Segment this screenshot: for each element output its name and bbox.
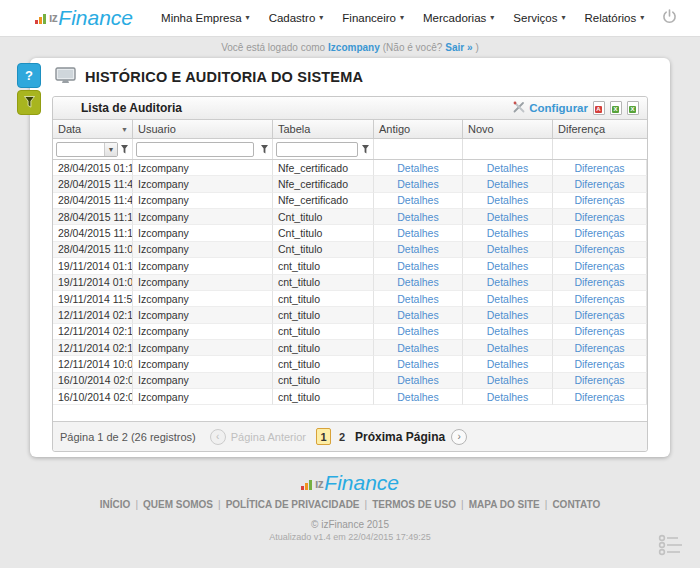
novo-detalhes-link[interactable]: Detalhes: [487, 162, 528, 174]
antigo-detalhes-link[interactable]: Detalhes: [397, 211, 438, 223]
menu-item-cadastro[interactable]: Cadastro ▾: [269, 12, 324, 24]
footer-link-termos-de-uso[interactable]: TERMOS DE USO: [372, 499, 456, 510]
xls-export-icon[interactable]: X: [610, 101, 622, 115]
page-title-row: HISTÓRICO E AUDITORIA DO SISTEMA: [30, 58, 670, 96]
diferencas-link[interactable]: Diferenças: [574, 276, 624, 288]
novo-detalhes-link[interactable]: Detalhes: [487, 227, 528, 239]
cell-data: 12/11/2014 10:06: [53, 356, 133, 372]
antigo-detalhes-link[interactable]: Detalhes: [397, 342, 438, 354]
antigo-detalhes-link[interactable]: Detalhes: [397, 374, 438, 386]
menu-item-relatórios[interactable]: Relatórios ▾: [584, 12, 644, 24]
list-widget-icon[interactable]: [658, 534, 684, 560]
table-row: 28/04/2015 01:15 Izcompany Nfe_certifica…: [53, 160, 647, 176]
diferencas-link[interactable]: Diferenças: [574, 178, 624, 190]
diferencas-link[interactable]: Diferenças: [574, 391, 624, 403]
logged-user-link[interactable]: Izcompany: [328, 42, 380, 53]
configure-button[interactable]: Configurar: [513, 101, 588, 115]
antigo-detalhes-link[interactable]: Detalhes: [397, 309, 438, 321]
antigo-detalhes-link[interactable]: Detalhes: [397, 293, 438, 305]
novo-detalhes-link[interactable]: Detalhes: [487, 194, 528, 206]
antigo-detalhes-link[interactable]: Detalhes: [397, 276, 438, 288]
novo-detalhes-link[interactable]: Detalhes: [487, 342, 528, 354]
novo-detalhes-link[interactable]: Detalhes: [487, 325, 528, 337]
data-filter-select[interactable]: ▼: [56, 142, 118, 157]
power-logout-icon[interactable]: [661, 8, 678, 29]
brand-logo[interactable]: ız Finance: [35, 9, 133, 28]
novo-detalhes-link[interactable]: Detalhes: [487, 358, 528, 370]
diferencas-link[interactable]: Diferenças: [574, 309, 624, 321]
help-button[interactable]: ?: [17, 63, 41, 88]
menu-item-mercadorias[interactable]: Mercadorias ▾: [423, 12, 494, 24]
filter-button[interactable]: [17, 90, 41, 115]
usuario-filter-funnel-icon[interactable]: [261, 140, 268, 158]
diferencas-link[interactable]: Diferenças: [574, 374, 624, 386]
chevron-down-icon: ▾: [640, 14, 644, 22]
novo-detalhes-link[interactable]: Detalhes: [487, 260, 528, 272]
cell-tabela: cnt_titulo: [273, 356, 374, 372]
antigo-detalhes-link[interactable]: Detalhes: [397, 194, 438, 206]
cell-data: 19/11/2014 01:10: [53, 258, 133, 274]
menu-item-minha-empresa[interactable]: Minha Empresa ▾: [161, 12, 250, 24]
antigo-detalhes-link[interactable]: Detalhes: [397, 391, 438, 403]
tabela-filter-funnel-icon[interactable]: [362, 140, 369, 158]
diferencas-link[interactable]: Diferenças: [574, 358, 624, 370]
next-page-button[interactable]: Próxima Página: [355, 430, 445, 444]
diferencas-link[interactable]: Diferenças: [574, 211, 624, 223]
data-filter-funnel-icon[interactable]: [121, 140, 128, 158]
menu-item-financeiro[interactable]: Financeiro ▾: [342, 12, 404, 24]
footer-link-início[interactable]: INÍCIO: [100, 499, 131, 510]
pdf-export-icon[interactable]: A: [593, 101, 605, 115]
column-header-novo[interactable]: Novo: [463, 120, 553, 138]
column-header-diferenca[interactable]: Diferença: [553, 120, 647, 138]
footer-link-quem-somos[interactable]: QUEM SOMOS: [143, 499, 213, 510]
footer-link-mapa-do-site[interactable]: MAPA DO SITE: [469, 499, 540, 510]
antigo-detalhes-link[interactable]: Detalhes: [397, 227, 438, 239]
column-header-data[interactable]: Data ▼: [53, 120, 133, 138]
antigo-detalhes-link[interactable]: Detalhes: [397, 325, 438, 337]
novo-detalhes-link[interactable]: Detalhes: [487, 391, 528, 403]
novo-detalhes-link[interactable]: Detalhes: [487, 293, 528, 305]
footer-link-contato[interactable]: CONTATO: [552, 499, 600, 510]
diferencas-link[interactable]: Diferenças: [574, 342, 624, 354]
column-header-antigo[interactable]: Antigo: [374, 120, 463, 138]
main-menu: Minha Empresa ▾ Cadastro ▾ Financeiro ▾ …: [161, 12, 644, 24]
pagination-summary: Página 1 de 2 (26 registros): [60, 431, 196, 443]
novo-detalhes-link[interactable]: Detalhes: [487, 178, 528, 190]
next-arrow-icon[interactable]: ›: [451, 429, 467, 445]
select-caret-icon: ▼: [104, 143, 117, 156]
chevron-down-icon: ▾: [561, 14, 565, 22]
footer-link-política-de-privacidade[interactable]: POLÍTICA DE PRIVACIDADE: [226, 499, 360, 510]
novo-detalhes-link[interactable]: Detalhes: [487, 276, 528, 288]
usuario-filter-input[interactable]: [136, 142, 254, 157]
diferencas-link[interactable]: Diferenças: [574, 325, 624, 337]
novo-detalhes-link[interactable]: Detalhes: [487, 243, 528, 255]
chevron-down-icon: ▾: [490, 14, 494, 22]
logout-link[interactable]: Sair »: [445, 42, 472, 53]
antigo-detalhes-link[interactable]: Detalhes: [397, 358, 438, 370]
diferencas-link[interactable]: Diferenças: [574, 260, 624, 272]
diferencas-link[interactable]: Diferenças: [574, 162, 624, 174]
csv-export-icon[interactable]: X: [627, 101, 639, 115]
diferencas-link[interactable]: Diferenças: [574, 227, 624, 239]
novo-detalhes-link[interactable]: Detalhes: [487, 374, 528, 386]
diferencas-link[interactable]: Diferenças: [574, 293, 624, 305]
column-header-tabela[interactable]: Tabela: [273, 120, 374, 138]
antigo-detalhes-link[interactable]: Detalhes: [397, 260, 438, 272]
tabela-filter-input[interactable]: [276, 142, 358, 157]
antigo-detalhes-link[interactable]: Detalhes: [397, 178, 438, 190]
antigo-detalhes-link[interactable]: Detalhes: [397, 162, 438, 174]
novo-detalhes-link[interactable]: Detalhes: [487, 309, 528, 321]
menu-item-serviços[interactable]: Serviços ▾: [513, 12, 565, 24]
diferencas-link[interactable]: Diferenças: [574, 243, 624, 255]
antigo-detalhes-link[interactable]: Detalhes: [397, 243, 438, 255]
cell-data: 12/11/2014 02:16: [53, 307, 133, 323]
table-row: 19/11/2014 11:56 Izcompany cnt_titulo De…: [53, 291, 647, 307]
footer-brand-logo[interactable]: ız Finance: [301, 474, 399, 493]
diferencas-link[interactable]: Diferenças: [574, 194, 624, 206]
page-1-button[interactable]: 1: [316, 428, 331, 445]
chevron-down-icon: ▾: [319, 14, 323, 22]
column-header-usuario[interactable]: Usuario: [133, 120, 273, 138]
cell-tabela: cnt_titulo: [273, 307, 374, 323]
novo-detalhes-link[interactable]: Detalhes: [487, 211, 528, 223]
page-2-button[interactable]: 2: [339, 431, 345, 443]
